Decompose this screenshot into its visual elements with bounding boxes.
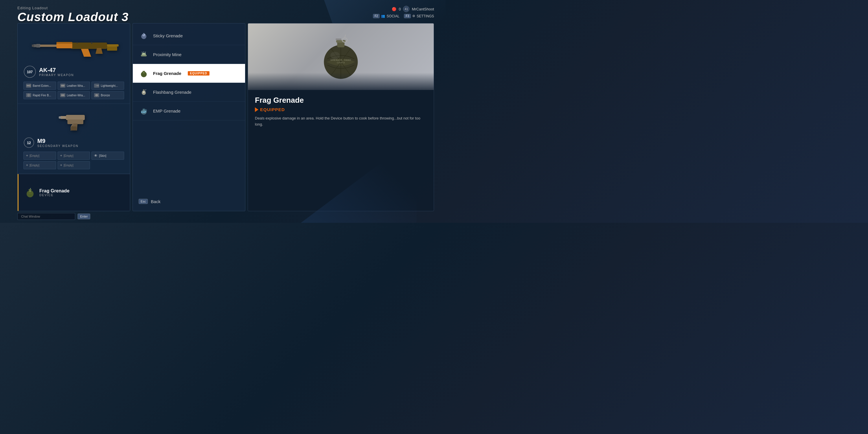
svg-rect-15 [61, 85, 64, 87]
camo-icon [94, 93, 99, 97]
svg-rect-24 [59, 116, 61, 119]
svg-point-34 [144, 34, 145, 35]
menu-item-flashbang[interactable]: Flashbang Grenade [133, 83, 245, 101]
svg-point-46 [143, 91, 145, 93]
frag-grenade-label: Frag Grenade [153, 71, 181, 76]
svg-rect-0 [105, 44, 119, 46]
svg-rect-9 [33, 44, 40, 47]
primary-weapon-name: AK-47 [39, 67, 74, 73]
rank-laurel-icon: 107 [24, 65, 36, 78]
chat-input[interactable]: Chat Window [18, 213, 75, 220]
attachment-camo[interactable]: Bronze [91, 91, 124, 99]
svg-line-47 [145, 89, 146, 90]
svg-rect-2 [71, 42, 107, 49]
svg-text:107: 107 [27, 70, 33, 74]
svg-point-17 [28, 95, 29, 96]
nav-buttons: F2 👥 SOCIAL F3 ⚙ SETTINGS [373, 14, 434, 18]
item-details: Frag Grenade EQUIPPED Deals explosive da… [248, 90, 434, 133]
svg-rect-50 [143, 108, 145, 110]
secondary-weapon-role: SECONDARY WEAPON [37, 144, 79, 148]
secondary-skin[interactable]: 👁 [Skin] [91, 152, 124, 160]
menu-item-sticky-grenade[interactable]: Sticky Grenade [133, 26, 245, 45]
currency-value: 0 [399, 7, 401, 11]
primary-weapon-role: PRIMARY WEAPON [39, 73, 74, 77]
primary-weapon-section: 107 AK-47 PRIMARY WEAPON Barrel Exten... [18, 24, 130, 104]
menu-item-frag-grenade[interactable]: Frag Grenade EQUIPPED [133, 64, 245, 83]
attachment-grip2[interactable]: Leather-Wra... [58, 91, 90, 99]
fire-mode-label: Rapid Fire B... [33, 94, 51, 97]
attachment-barrel[interactable]: Barrel Exten... [24, 82, 56, 90]
device-icon-area [24, 187, 36, 198]
primary-weapon-info: 107 AK-47 PRIMARY WEAPON [24, 65, 124, 78]
primary-attachments: Barrel Exten... Leather-Wra... Lightweig… [24, 82, 124, 99]
plus-icon-1: + [26, 154, 28, 158]
attachment-stock[interactable]: Lightweight... [91, 82, 124, 90]
grip1-icon [60, 84, 65, 88]
m9-svg [52, 110, 96, 133]
svg-line-38 [142, 52, 143, 53]
secondary-weapon-details: M9 SECONDARY WEAPON [37, 138, 79, 148]
secondary-weapon-image [24, 108, 124, 134]
grip2-icon [60, 93, 65, 97]
item-preview-image: GRENADE, HAND COMP B [248, 24, 434, 90]
secondary-rank-icon: 12 [24, 137, 34, 148]
emp-label: EMP Grenade [153, 108, 181, 114]
primary-weapon-image [24, 28, 124, 62]
svg-rect-23 [71, 126, 77, 130]
svg-line-30 [30, 188, 31, 189]
equipped-badge: EQUIPPED [188, 71, 210, 75]
secondary-attach-5[interactable]: + [Empty] [58, 161, 90, 169]
attachment-grip1[interactable]: Leather-Wra... [58, 82, 90, 90]
back-label: Back [151, 199, 160, 204]
settings-button[interactable]: F3 ⚙ SETTINGS [404, 14, 434, 18]
menu-item-proximity-mine[interactable]: Proximity Mine [133, 45, 245, 64]
svg-rect-22 [67, 120, 83, 124]
secondary-attach-1[interactable]: + [Empty] [24, 152, 56, 160]
device-section[interactable]: Frag Grenade DEVICE [18, 174, 130, 211]
device-grenade-icon [24, 187, 36, 198]
social-key: F2 [373, 14, 380, 18]
equipped-status: EQUIPPED [255, 107, 427, 112]
attachment-fire-mode[interactable]: Rapid Fire B... [24, 91, 56, 99]
svg-text:12: 12 [27, 141, 31, 145]
frag-grenade-preview-svg: GRENADE, HAND COMP B [315, 31, 367, 83]
svg-line-57 [345, 35, 346, 38]
stock-label: Lightweight... [101, 84, 118, 87]
primary-weapon-details: AK-47 PRIMARY WEAPON [39, 67, 74, 77]
secondary-weapon-section: 12 M9 SECONDARY WEAPON + [Empty] + [Empt… [18, 104, 130, 174]
sticky-grenade-icon [138, 30, 149, 41]
barrel-icon [26, 84, 31, 88]
svg-rect-29 [29, 189, 32, 190]
social-icon: 👥 [381, 14, 385, 18]
secondary-attach-2[interactable]: + [Empty] [58, 152, 90, 160]
svg-point-37 [143, 53, 144, 54]
user-level: 41 [403, 6, 409, 12]
proximity-mine-label: Proximity Mine [153, 52, 181, 57]
chat-window: Chat Window Enter [18, 213, 90, 220]
settings-icon: ⚙ [412, 14, 415, 18]
esc-key: Esc [138, 199, 148, 204]
right-panel: GRENADE, HAND COMP B Frag Grenade EQUIPP… [248, 23, 434, 211]
equipped-status-text: EQUIPPED [260, 107, 285, 112]
device-name: Frag Grenade [39, 188, 69, 193]
svg-rect-10 [32, 44, 34, 47]
device-details: Frag Grenade DEVICE [39, 188, 69, 197]
equipped-triangle-icon [255, 107, 258, 112]
plus-icon-4: + [60, 163, 62, 167]
barrel-label: Barrel Exten... [33, 84, 51, 87]
svg-rect-1 [107, 46, 117, 51]
social-button[interactable]: F2 👥 SOCIAL [373, 14, 400, 18]
header: Editing Loadout Custom Loadout 3 [18, 6, 129, 24]
secondary-attach-4[interactable]: + [Empty] [24, 161, 56, 169]
currency-icon: 🔴 [392, 7, 396, 11]
back-button[interactable]: Esc Back [133, 195, 245, 208]
editing-label: Editing Loadout [18, 6, 129, 10]
svg-rect-7 [91, 42, 92, 44]
left-panel: 107 AK-47 PRIMARY WEAPON Barrel Exten... [18, 23, 130, 211]
svg-rect-43 [143, 71, 145, 72]
grip1-label: Leather-Wra... [67, 84, 85, 87]
ak47-svg [28, 32, 120, 58]
user-info: 🔴 0 41 MrCantShoot [392, 6, 434, 12]
svg-text:GRENADE, HAND: GRENADE, HAND [331, 59, 351, 61]
menu-item-emp[interactable]: EMP EMP Grenade [133, 101, 245, 120]
